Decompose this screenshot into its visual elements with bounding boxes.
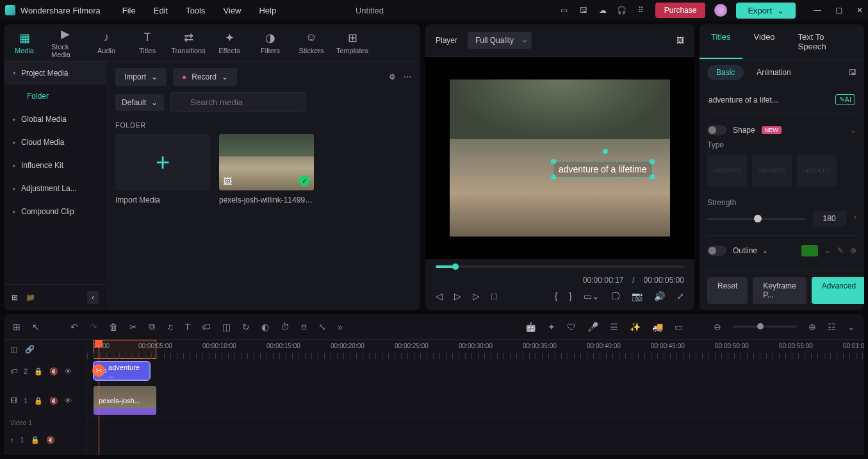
new-folder-icon[interactable]: ⊞: [12, 293, 18, 302]
tab-filters[interactable]: ◑Filters: [250, 28, 291, 58]
inspector-tab-titles[interactable]: Titles: [700, 24, 742, 59]
visibility-icon[interactable]: 👁: [65, 367, 72, 375]
display-icon[interactable]: 🖵: [611, 291, 620, 301]
snapshot-mode-icon[interactable]: 🖼: [676, 36, 684, 45]
advanced-button[interactable]: Advanced: [812, 277, 864, 304]
sidebar-item-adjustment-layer[interactable]: ▸Adjustment La...: [4, 177, 106, 200]
record-dropdown[interactable]: ●Record⌄: [173, 68, 237, 86]
apps-icon[interactable]: ⠿: [636, 5, 646, 15]
crop-icon[interactable]: ⧉: [149, 321, 155, 332]
headphones-icon[interactable]: 🎧: [617, 5, 627, 15]
search-input[interactable]: [170, 92, 306, 112]
tab-stickers[interactable]: ☺Stickers: [291, 28, 332, 58]
marker-menu-icon[interactable]: ◫: [10, 345, 17, 354]
play-button[interactable]: ▷: [454, 291, 461, 301]
collapse-sidebar-button[interactable]: ‹: [87, 291, 99, 304]
sidebar-item-project-media[interactable]: ▾Project Media: [4, 62, 106, 85]
subtitle-icon[interactable]: ▭: [675, 322, 683, 332]
tab-titles[interactable]: TTitles: [127, 28, 168, 58]
outline-color-swatch[interactable]: [801, 245, 818, 256]
export-button[interactable]: Export⌄: [736, 3, 796, 19]
track-header-title[interactable]: 🏷2 🔒 🔇 👁: [4, 359, 86, 383]
track-header-video[interactable]: 🎞1 🔒 🔇 👁: [4, 383, 86, 418]
reset-button[interactable]: Reset: [707, 277, 748, 304]
music-icon[interactable]: ♫: [167, 322, 174, 332]
truck-icon[interactable]: 🚚: [652, 322, 663, 332]
mic-icon[interactable]: 🎤: [587, 322, 598, 332]
filter-icon[interactable]: ⚙: [389, 72, 396, 81]
folder-icon[interactable]: 📁: [26, 293, 35, 302]
seek-bar[interactable]: [436, 265, 684, 268]
cloud-icon[interactable]: ☁: [598, 5, 608, 15]
title-track[interactable]: 🏷 adventure ...: [87, 359, 864, 383]
inspector-tab-video[interactable]: Video: [742, 24, 787, 59]
sidebar-item-cloud-media[interactable]: ▸Cloud Media: [4, 131, 106, 154]
grid-icon[interactable]: ⊞: [13, 322, 20, 332]
tag-icon[interactable]: 🏷: [202, 322, 211, 332]
zoom-out-icon[interactable]: ⊖: [714, 322, 721, 332]
next-frame-button[interactable]: ▷: [473, 291, 480, 301]
lock-icon[interactable]: 🔒: [34, 397, 43, 405]
shape-option-arc[interactable]: ABCDEFG: [707, 154, 747, 187]
sidebar-item-global-media[interactable]: ▸Global Media: [4, 108, 106, 131]
ai-icon[interactable]: 🤖: [525, 322, 536, 332]
volume-icon[interactable]: 🔊: [654, 291, 665, 301]
sort-dropdown[interactable]: Default⌄: [115, 94, 164, 111]
stop-button[interactable]: □: [491, 291, 496, 301]
eyedropper-icon[interactable]: ✎: [837, 246, 844, 255]
ai-edit-icon[interactable]: ✎AI: [835, 94, 855, 105]
tab-templates[interactable]: ⊞Templates: [332, 28, 373, 58]
lock-icon[interactable]: 🔒: [34, 367, 43, 376]
magic-icon[interactable]: ✨: [630, 322, 641, 332]
purchase-button[interactable]: Purchase: [655, 3, 706, 18]
save-preset-icon[interactable]: 🖫: [849, 68, 856, 77]
chevron-down-icon[interactable]: ⌄: [848, 322, 855, 332]
menu-edit[interactable]: Edit: [154, 6, 168, 15]
tab-stock-media[interactable]: ▶Stock Media: [45, 24, 86, 62]
import-media-card[interactable]: + Import Media: [115, 134, 210, 204]
cut-icon[interactable]: ✂: [129, 322, 137, 332]
quality-dropdown[interactable]: Full Quality: [468, 32, 532, 49]
mute-icon[interactable]: 🔇: [49, 397, 58, 405]
visibility-icon[interactable]: 👁: [65, 397, 72, 405]
player-viewport[interactable]: adventure of a lifetime: [425, 57, 694, 259]
playhead[interactable]: [99, 340, 99, 455]
shape-option-circle[interactable]: ABCDEFG: [797, 154, 837, 187]
add-icon[interactable]: ⊕: [850, 246, 856, 255]
inspector-tab-tts[interactable]: Text To Speech: [787, 24, 864, 59]
fullscreen-icon[interactable]: ⤢: [676, 291, 684, 301]
pointer-icon[interactable]: ↖: [32, 322, 40, 332]
more-tools-icon[interactable]: »: [338, 322, 343, 332]
maximize-icon[interactable]: ▢: [835, 6, 842, 15]
timeline-tracks[interactable]: 00:00 00:00:05:00 00:00:10:00 00:00:15:0…: [87, 340, 864, 455]
shape-toggle[interactable]: [707, 125, 726, 135]
speed-icon[interactable]: ↻: [242, 322, 250, 332]
strength-slider[interactable]: [707, 218, 805, 220]
mute-icon[interactable]: 🔇: [49, 367, 58, 376]
tab-transitions[interactable]: ⇄Transitions: [168, 28, 209, 58]
keyframe-panel-button[interactable]: Keyframe P...: [753, 277, 806, 304]
zoom-in-icon[interactable]: ⊕: [808, 322, 816, 332]
strength-value[interactable]: 180: [813, 211, 846, 226]
subtab-animation[interactable]: Animation: [748, 65, 799, 80]
delete-icon[interactable]: 🗑: [109, 322, 118, 332]
sparkle-icon[interactable]: ✦: [548, 322, 555, 332]
aspect-menu-button[interactable]: ▭⌄: [584, 291, 600, 301]
timer-icon[interactable]: ⏱: [281, 322, 290, 332]
list-icon[interactable]: ☰: [610, 322, 618, 332]
sidebar-item-compound-clip[interactable]: ▸Compound Clip: [4, 200, 106, 223]
text-icon[interactable]: T: [185, 322, 191, 332]
mark-in-button[interactable]: {: [555, 291, 558, 301]
media-item[interactable]: 🖼✓ pexels-josh-willink-11499-7...: [219, 134, 314, 204]
shape-option-wave[interactable]: ABCDEFG: [752, 154, 792, 187]
close-icon[interactable]: ✕: [856, 6, 863, 15]
user-avatar[interactable]: [714, 4, 727, 17]
resize-handle[interactable]: [650, 174, 655, 179]
group-icon[interactable]: ⧈: [301, 321, 307, 332]
outline-toggle[interactable]: [707, 246, 726, 256]
mask-icon[interactable]: ◫: [222, 322, 231, 332]
prev-frame-button[interactable]: ◁: [436, 291, 443, 301]
tab-effects[interactable]: ✦Effects: [209, 28, 250, 58]
layout-icon[interactable]: ▭: [559, 5, 569, 15]
zoom-slider[interactable]: [733, 326, 797, 328]
